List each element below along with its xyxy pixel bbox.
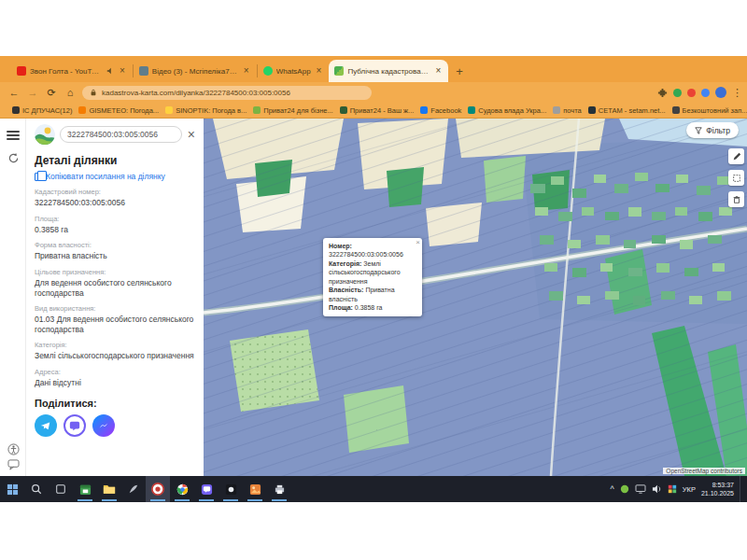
task-view-icon [55,483,66,495]
bookmark-item[interactable]: Безкоштовний зап... [672,106,747,115]
bookmark-item[interactable]: SINOPTIK: Погода в... [165,106,247,115]
hamburger-icon [7,129,20,142]
taskbar-search-button[interactable] [24,476,49,502]
back-icon[interactable]: ← [7,87,21,98]
home-icon[interactable]: ⌂ [63,87,77,98]
share-viber-button[interactable] [63,414,86,437]
square-select-icon [732,174,741,183]
measure-tool-button[interactable] [728,148,744,164]
search-input[interactable] [60,126,182,143]
share-title: Поділитися: [35,398,196,409]
clock[interactable]: 8:53:37 21.10.2025 [701,481,734,497]
security-app-icon[interactable] [668,484,677,494]
field-purpose: Цільове призначення: Для ведення особист… [35,268,196,298]
bookmark-label: SINOPTIK: Погода в... [176,106,247,115]
chrome-icon [176,483,189,496]
extensions-puzzle-icon[interactable] [657,88,668,98]
share-messenger-button[interactable] [92,414,115,437]
field-label: Кадастровий номер: [35,188,196,196]
chat-icon[interactable] [7,459,20,470]
trash-icon [732,195,741,204]
bookmark-item[interactable]: Приват24 - Ваш ж... [340,106,415,115]
panel-title: Деталі ділянки [35,154,196,167]
panel-close-icon[interactable]: × [187,127,196,142]
bookmark-favicon [12,106,20,114]
bookmark-item[interactable]: почта [553,106,582,115]
bookmark-label: ІС ДПУЧАС(12) [22,106,72,115]
tab-video[interactable]: Відео (3) - Мсгіпеліка787Фу... × [134,60,257,82]
funnel-icon [695,127,702,134]
copy-parcel-link[interactable]: Копіювати посилання на ділянку [35,172,196,181]
field-label: Адреса: [35,368,196,376]
share-telegram-button[interactable] [35,414,57,437]
close-icon[interactable]: × [433,66,443,76]
video-icon [139,66,148,76]
taskbar-camera-app[interactable] [218,476,243,502]
url-bar[interactable]: kadastrova-karta.com/dilyanka/3222784500… [82,86,372,100]
bookmark-item[interactable]: Facebook [420,106,461,115]
show-desktop-button[interactable] [740,476,743,502]
taskbar-pen-app[interactable] [121,476,146,502]
messenger-icon [98,420,109,431]
taskbar-viber[interactable] [194,476,218,502]
tab-youtube[interactable]: Звон Голта - YouTube Mu... × [11,60,133,82]
close-icon[interactable]: × [118,66,127,76]
quill-icon [128,483,139,495]
browser-menu-icon[interactable]: ⋮ [732,87,740,99]
tray-chevron-icon[interactable]: ^ [611,484,614,494]
bookmark-favicon [588,106,596,114]
language-indicator[interactable]: УКР [683,485,696,494]
bookmark-favicon [468,106,475,114]
extension-icon-blue[interactable] [701,89,710,97]
whatsapp-icon [263,66,273,76]
clock-date: 21.10.2025 [701,489,734,497]
volume-icon[interactable] [652,484,662,494]
map-attribution[interactable]: OpenStreetMap contributors [663,468,745,474]
bookmark-item[interactable]: ІС ДПУЧАС(12) [12,106,72,115]
bookmark-item[interactable]: Приват24 для бізне... [253,106,332,115]
close-icon[interactable]: × [315,66,324,76]
profile-avatar[interactable] [715,87,726,98]
parcel-details-panel: × Деталі ділянки Копіювати посилання на … [27,119,204,476]
close-icon[interactable]: × [242,66,251,76]
tab-cadastral-map-active[interactable]: Публічна кадастрова карта У... × [329,60,448,82]
area-select-button[interactable] [728,170,744,186]
left-rail [0,119,26,476]
menu-button[interactable] [0,124,26,147]
refresh-button[interactable] [0,147,26,169]
clear-button[interactable] [728,191,744,207]
printer-icon [274,483,286,495]
site-logo[interactable] [35,124,55,145]
popup-close-icon[interactable]: × [416,238,420,248]
bookmark-item[interactable]: СЕТАМ - setam.net... [588,106,666,115]
tab-whatsapp[interactable]: WhatsApp × [258,60,330,82]
taskbar-photos-app[interactable] [243,476,267,502]
field-value: 3222784500:03:005:0056 [35,198,196,208]
cadastral-map[interactable]: Фільтр × Номер: 3222784500:03:005:0056 К… [204,119,747,476]
display-icon[interactable] [635,484,646,494]
map-site-icon [151,483,164,496]
map-icon [334,66,344,76]
bookmark-favicon [672,106,680,114]
bookmark-item[interactable]: Судова влада Укра... [468,106,546,115]
new-tab-button[interactable]: + [456,64,463,78]
reload-icon[interactable]: ⟳ [45,87,58,99]
antivirus-shield-icon[interactable] [620,484,629,494]
extension-icon-green[interactable] [673,89,682,97]
taskbar-printer[interactable] [267,476,291,502]
tab-label: Відео (3) - Мсгіпеліка787Фу... [152,67,238,76]
site-info-icon[interactable] [90,89,97,96]
taskbar-calendar-app[interactable] [73,476,97,502]
field-label: Вид використання: [35,304,196,313]
forward-icon[interactable]: → [26,87,39,98]
taskbar-file-explorer[interactable] [97,476,121,502]
filter-button[interactable]: Фільтр [686,122,739,138]
popup-row-category: Категорія: Землі сільськогосподарського … [329,259,416,286]
extension-icon-red[interactable] [687,89,696,97]
taskbar-chrome[interactable] [170,476,194,502]
task-view-button[interactable] [49,476,73,502]
accessibility-icon[interactable] [7,443,20,455]
bookmark-item[interactable]: GISMETEO: Погода... [78,106,159,115]
taskbar-active-map-app[interactable] [146,476,170,502]
start-button[interactable] [0,476,24,502]
